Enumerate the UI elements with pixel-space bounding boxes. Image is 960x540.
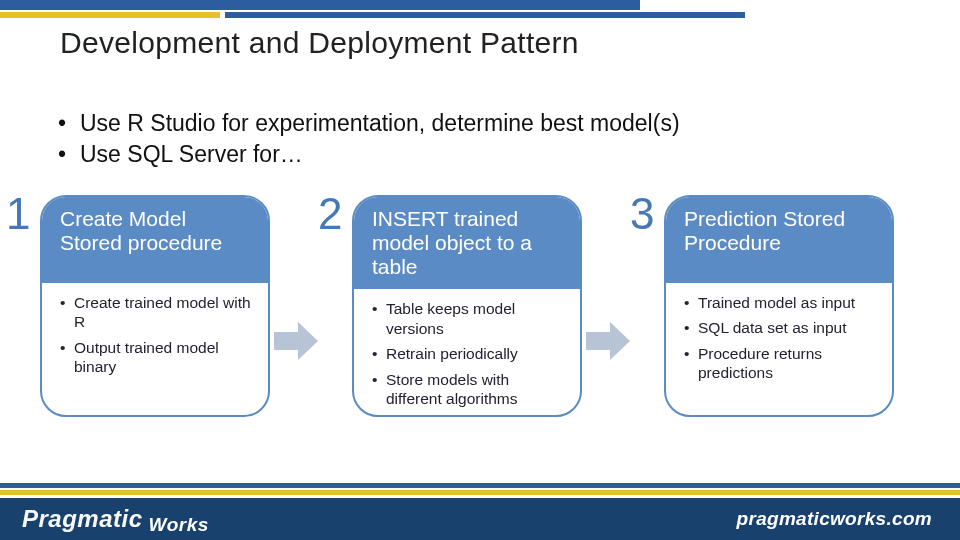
footer: Pragmatic Works pragmaticworks.com: [0, 476, 960, 540]
arrow-icon: [270, 322, 322, 360]
brand-logo: Pragmatic Works: [22, 505, 209, 533]
brand-url: pragmaticworks.com: [737, 508, 932, 530]
step-3: 3 Prediction Stored Procedure Trained mo…: [634, 195, 894, 417]
arrow-icon: [582, 322, 634, 360]
decor-bar-blue-2: [225, 12, 745, 18]
intro-item: Use SQL Server for…: [58, 139, 680, 170]
footer-bar: Pragmatic Works pragmaticworks.com: [0, 498, 960, 540]
slide-title: Development and Deployment Pattern: [60, 26, 579, 60]
step-bullet: Output trained model binary: [60, 338, 254, 377]
step-body: Table keeps model versions Retrain perio…: [354, 289, 580, 417]
step-heading: INSERT trained model object to a table: [354, 197, 580, 289]
step-card: Create Model Stored procedure Create tra…: [40, 195, 270, 417]
slide: Development and Deployment Pattern Use R…: [0, 0, 960, 540]
step-2: 2 INSERT trained model object to a table…: [322, 195, 582, 417]
brand-primary: Pragmatic: [22, 505, 143, 533]
decor-bar-blue: [0, 0, 640, 10]
intro-list: Use R Studio for experimentation, determ…: [58, 108, 680, 170]
step-card: Prediction Stored Procedure Trained mode…: [664, 195, 894, 417]
footer-line-yellow: [0, 490, 960, 495]
decor-bar-yellow: [0, 12, 220, 18]
footer-line-blue: [0, 483, 960, 488]
step-card: INSERT trained model object to a table T…: [352, 195, 582, 417]
step-bullet: Store models with different algorithms: [372, 370, 566, 409]
step-number: 3: [630, 189, 654, 239]
step-number: 2: [318, 189, 342, 239]
intro-item: Use R Studio for experimentation, determ…: [58, 108, 680, 139]
step-bullet: Retrain periodically: [372, 344, 566, 363]
step-bullet: Trained model as input: [684, 293, 878, 312]
steps-row: 1 Create Model Stored procedure Create t…: [10, 195, 950, 417]
step-bullet: Procedure returns predictions: [684, 344, 878, 383]
step-1: 1 Create Model Stored procedure Create t…: [10, 195, 270, 417]
brand-secondary: Works: [149, 514, 209, 536]
step-number: 1: [6, 189, 30, 239]
step-body: Trained model as input SQL data set as i…: [666, 283, 892, 399]
step-heading: Create Model Stored procedure: [42, 197, 268, 283]
step-body: Create trained model with R Output train…: [42, 283, 268, 393]
step-bullet: SQL data set as input: [684, 318, 878, 337]
step-heading: Prediction Stored Procedure: [666, 197, 892, 283]
step-bullet: Table keeps model versions: [372, 299, 566, 338]
step-bullet: Create trained model with R: [60, 293, 254, 332]
